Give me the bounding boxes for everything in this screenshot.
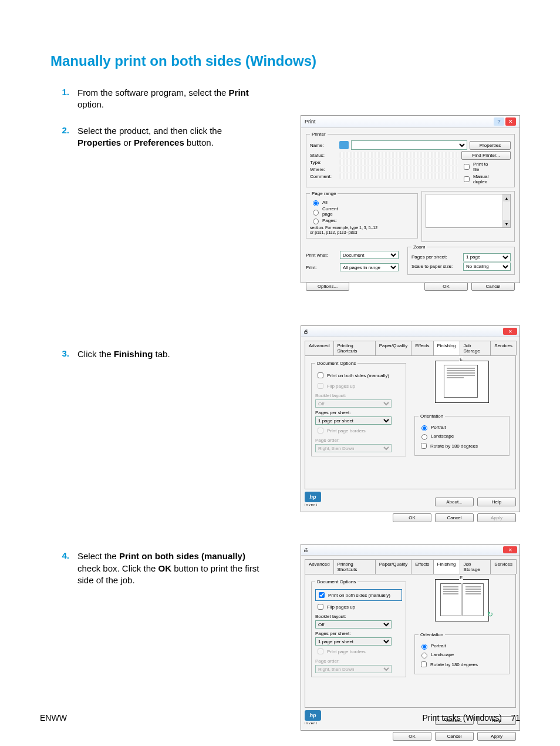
print-both-sides-checkbox[interactable]: Print on both sides (manually) <box>315 371 402 380</box>
tab-printing-shortcuts[interactable]: Printing Shortcuts <box>333 559 376 574</box>
tab-job-storage[interactable]: Job Storage <box>460 341 491 355</box>
range-current-radio[interactable]: Current page <box>310 206 337 217</box>
ok-button[interactable]: OK <box>393 732 431 741</box>
type-label: Type: <box>310 160 337 165</box>
print-what-select[interactable]: Document <box>340 251 399 259</box>
page-order-select: Right, then Down <box>315 444 392 452</box>
help-button[interactable]: Help <box>477 498 516 506</box>
tab-advanced[interactable]: Advanced <box>305 559 334 574</box>
tab-finishing[interactable]: Finishing <box>433 341 460 355</box>
properties-button[interactable]: Properties <box>470 141 511 150</box>
dialog-title: Print <box>305 119 316 125</box>
find-printer-button[interactable]: Find Printer... <box>461 151 511 160</box>
page-order-select: Right, then Down <box>315 665 392 673</box>
rotate-checkbox[interactable]: Rotate by 180 degrees <box>419 441 505 451</box>
step-number: 1. <box>50 87 77 97</box>
tab-job-storage[interactable]: Job Storage <box>460 559 491 574</box>
print-to-file-checkbox[interactable]: Print to file <box>461 162 488 172</box>
booklet-label: Booklet layout: <box>315 393 402 398</box>
apply-button: Apply <box>477 513 516 522</box>
tabs: Advanced Printing Shortcuts Paper/Qualit… <box>305 559 516 574</box>
page-order-label: Page order: <box>315 438 402 443</box>
booklet-select: Off <box>315 399 392 408</box>
step-number: 4. <box>50 550 77 560</box>
portrait-radio[interactable]: Portrait <box>419 642 505 650</box>
printer-group: Printer Name: Properties Status: Type: W… <box>306 132 515 187</box>
name-label: Name: <box>310 143 337 148</box>
tab-effects[interactable]: Effects <box>411 341 433 355</box>
manual-duplex-checkbox[interactable]: Manual duplex <box>461 174 488 184</box>
tab-paper-quality[interactable]: Paper/Quality <box>375 559 411 574</box>
landscape-radio[interactable]: Landscape <box>419 432 505 440</box>
document-options-group: Document Options Print on both sides (ma… <box>311 361 406 456</box>
options-button[interactable]: Options... <box>306 282 349 291</box>
printer-small-icon: 🖨 <box>303 547 308 553</box>
printer-name-select[interactable] <box>351 140 467 150</box>
cancel-button[interactable]: Cancel <box>435 732 474 741</box>
help-icon[interactable]: ? <box>494 117 504 126</box>
tabs: Advanced Printing Shortcuts Paper/Qualit… <box>305 341 516 356</box>
apply-button[interactable]: Apply <box>477 732 516 741</box>
rotate-checkbox[interactable]: Rotate by 180 degrees <box>419 660 505 669</box>
tab-advanced[interactable]: Advanced <box>305 341 334 355</box>
orientation-group: Orientation Portrait Landscape Rotate by… <box>414 632 510 674</box>
page-preview: E ↻ <box>435 579 489 621</box>
page-footer: ENWW Print tasks (Windows) 71 <box>40 713 520 723</box>
cancel-button[interactable]: Cancel <box>471 282 515 291</box>
range-hint: section. For example, type 1, 3, 5–12 <box>310 226 414 230</box>
tab-paper-quality[interactable]: Paper/Quality <box>375 341 411 355</box>
doc-options-legend: Document Options <box>315 361 357 366</box>
tab-services[interactable]: Services <box>490 559 517 574</box>
portrait-radio[interactable]: Portrait <box>419 424 505 431</box>
pps-label: Pages per sheet: <box>315 410 402 415</box>
step-number: 3. <box>50 348 77 358</box>
printer-small-icon: 🖨 <box>303 329 308 334</box>
flip-icon: ↻ <box>487 610 493 619</box>
booklet-select[interactable]: Off <box>315 620 392 629</box>
blurred-value <box>339 166 458 172</box>
cancel-button[interactable]: Cancel <box>435 513 474 522</box>
landscape-radio[interactable]: Landscape <box>419 651 505 658</box>
step-1: 1. From the software program, select the… <box>50 87 520 111</box>
doc-options-legend: Document Options <box>315 579 357 584</box>
zoom-group: Zoom Pages per sheet: 1 page Scale to pa… <box>407 244 515 275</box>
properties-dialog-checked: 🖨 ✕ Advanced Printing Shortcuts Paper/Qu… <box>301 544 520 731</box>
flip-pages-checkbox: Flip pages up <box>315 381 402 391</box>
close-icon[interactable]: ✕ <box>503 328 517 335</box>
blurred-value <box>339 159 458 165</box>
orientation-legend: Orientation <box>419 632 445 637</box>
tab-effects[interactable]: Effects <box>411 559 433 574</box>
step-number: 2. <box>50 125 77 135</box>
range-pages-radio[interactable]: Pages: <box>310 217 337 224</box>
print-label: Print: <box>306 265 338 270</box>
flip-pages-checkbox[interactable]: Flip pages up <box>315 602 402 611</box>
comment-label: Comment: <box>310 174 337 179</box>
zoom-legend: Zoom <box>411 244 427 250</box>
close-icon[interactable]: ✕ <box>505 117 516 126</box>
ok-button[interactable]: OK <box>393 513 431 522</box>
page-order-label: Page order: <box>315 658 402 664</box>
print-both-sides-checkbox[interactable]: Print on both sides (manually) <box>315 589 402 601</box>
range-all-radio[interactable]: All <box>310 199 337 206</box>
about-button[interactable]: About... <box>435 498 474 506</box>
page-range-legend: Page range <box>310 191 338 196</box>
page-preview: E <box>435 361 489 403</box>
pps-label: Pages per sheet: <box>411 254 461 260</box>
preview-letter: E <box>459 357 463 362</box>
tab-printing-shortcuts[interactable]: Printing Shortcuts <box>333 341 376 355</box>
hp-invent-text: invent <box>305 503 321 506</box>
pages-per-sheet-select[interactable]: 1 page per sheet <box>315 416 392 425</box>
step-text: Click the Finishing tab. <box>77 348 170 360</box>
pages-per-sheet-select[interactable]: 1 page <box>463 253 511 261</box>
print-pages-select[interactable]: All pages in range <box>340 263 399 271</box>
close-icon[interactable]: ✕ <box>503 546 517 553</box>
document-options-group: Document Options Print on both sides (ma… <box>311 579 406 677</box>
tab-finishing[interactable]: Finishing <box>433 559 460 574</box>
step-text: From the software program, select the Pr… <box>77 87 259 111</box>
ok-button[interactable]: OK <box>424 282 468 291</box>
scale-to-select[interactable]: No Scaling <box>463 263 511 271</box>
pages-per-sheet-select[interactable]: 1 page per sheet <box>315 637 392 646</box>
print-dialog: Print ? ✕ Printer Name: Properties Statu… <box>301 115 520 283</box>
tab-services[interactable]: Services <box>490 341 517 355</box>
status-label: Status: <box>310 153 337 158</box>
